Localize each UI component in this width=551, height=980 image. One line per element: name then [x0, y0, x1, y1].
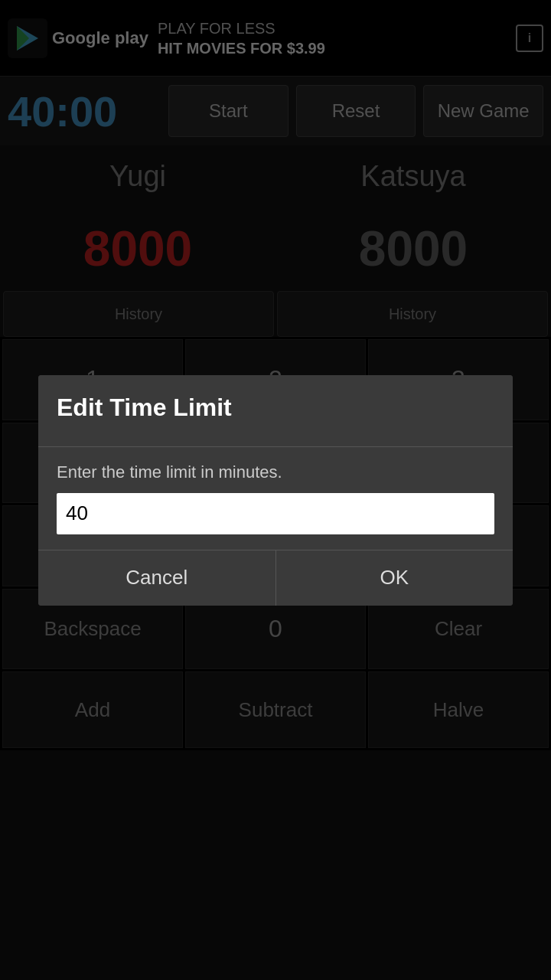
dialog-title-bar: Edit Time Limit — [38, 375, 513, 446]
modal-overlay[interactable]: Edit Time Limit Enter the time limit in … — [0, 0, 551, 980]
cancel-button[interactable]: Cancel — [38, 550, 276, 606]
dialog-title: Edit Time Limit — [57, 394, 494, 422]
dialog-instructions: Enter the time limit in minutes. — [57, 462, 494, 482]
dialog-body: Enter the time limit in minutes. — [38, 447, 513, 550]
dialog-buttons: Cancel OK — [38, 550, 513, 606]
time-limit-input[interactable] — [57, 493, 494, 534]
edit-time-dialog: Edit Time Limit Enter the time limit in … — [38, 375, 513, 606]
ok-button[interactable]: OK — [276, 550, 514, 606]
